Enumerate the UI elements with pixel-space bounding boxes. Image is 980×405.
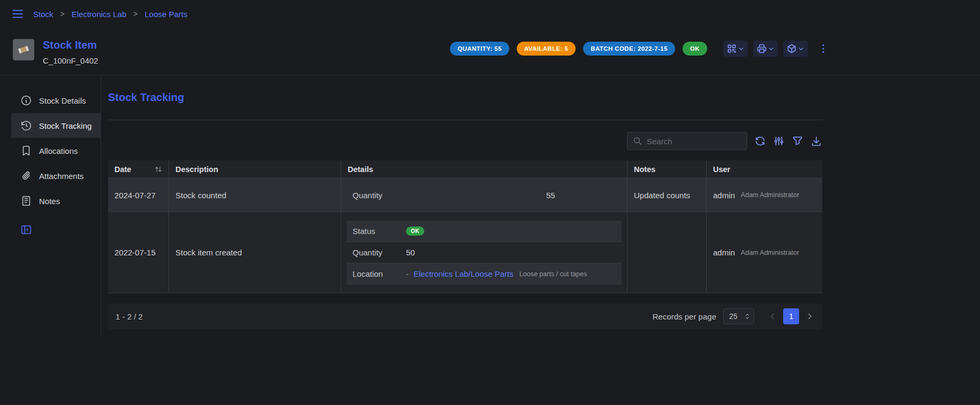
column-header-user[interactable]: User	[706, 160, 822, 178]
cell-description: Stock item created	[169, 212, 341, 293]
location-link[interactable]: Electronics Lab/Loose Parts	[414, 269, 514, 278]
next-page-icon[interactable]	[805, 311, 815, 321]
history-icon	[20, 120, 32, 131]
sidebar-item-label: Notes	[39, 197, 60, 206]
stock-actions-button[interactable]	[783, 41, 808, 57]
cell-notes: Updated counts	[627, 178, 706, 212]
detail-row-location: Location - Electronics Lab/Loose Parts L…	[347, 263, 622, 285]
header-right: QUANTITY: 55 AVAILABLE: 5 BATCH CODE: 20…	[450, 41, 829, 57]
part-thumbnail[interactable]	[13, 39, 34, 60]
sidebar-item-stock-details[interactable]: Stock Details	[11, 88, 101, 113]
sidebar: Stock Details Stock Tracking Allocations	[0, 75, 101, 336]
username: admin	[713, 248, 735, 257]
panel-heading: Stock Tracking	[108, 91, 822, 104]
download-icon[interactable]	[810, 135, 822, 147]
print-actions-button[interactable]	[753, 41, 778, 57]
breadcrumb: Stock > Electronics Lab > Loose Parts	[33, 10, 188, 19]
records-per-page-label: Records per page	[653, 312, 716, 321]
breadcrumb-electronics-lab[interactable]: Electronics Lab	[72, 10, 127, 19]
page-title: Stock Item	[43, 39, 98, 51]
breadcrumb-separator: >	[133, 10, 137, 18]
detail-label: Status	[353, 227, 406, 236]
column-header-description[interactable]: Description	[169, 160, 341, 178]
sidebar-item-allocations[interactable]: Allocations	[11, 138, 101, 163]
batch-code-badge: BATCH CODE: 2022-7-15	[583, 42, 675, 56]
table-toolbar	[108, 132, 822, 150]
breadcrumb-stock[interactable]: Stock	[33, 10, 53, 19]
printer-icon	[756, 43, 767, 54]
cell-details: Status OK Quantity 50 Location - Electro…	[341, 212, 627, 293]
breadcrumb-separator: >	[60, 10, 65, 18]
cell-user: admin Adam Administrator	[706, 178, 822, 212]
sidebar-item-label: Allocations	[39, 146, 78, 155]
package-icon	[786, 43, 797, 54]
header-actions	[723, 41, 829, 57]
username: admin	[713, 191, 735, 200]
previous-page-icon[interactable]	[768, 311, 777, 321]
info-circle-icon	[20, 95, 32, 106]
detail-label: Quantity	[353, 191, 406, 200]
breadcrumb-loose-parts[interactable]: Loose Parts	[144, 10, 187, 19]
page-number-button[interactable]: 1	[783, 308, 799, 324]
cell-user: admin Adam Administrator	[706, 212, 822, 293]
adjustments-icon[interactable]	[773, 135, 785, 147]
sidebar-item-notes[interactable]: Notes	[11, 189, 101, 213]
cell-date: 2024-07-27	[108, 178, 169, 212]
detail-value: 55	[546, 191, 555, 200]
notes-icon	[20, 195, 32, 207]
cell-notes	[627, 212, 706, 293]
page-header-wrap: Stock Item C_100nF_0402 QUANTITY: 55 AVA…	[0, 28, 980, 75]
column-header-notes[interactable]: Notes	[627, 160, 706, 178]
table-row[interactable]: 2022-07-15 Stock item created Status OK …	[108, 212, 822, 293]
paperclip-icon	[20, 170, 32, 182]
records-per-page-select[interactable]: 25	[723, 308, 754, 324]
stock-tracking-table: Date Description Details Notes User 20	[108, 160, 822, 293]
status-ok-badge: OK	[683, 42, 707, 56]
chevron-down-icon	[768, 45, 775, 52]
detail-value: 50	[406, 248, 415, 257]
selector-icon	[744, 313, 751, 320]
table-footer: 1 - 2 / 2 Records per page 25 1	[108, 303, 822, 329]
refresh-icon[interactable]	[754, 135, 766, 147]
sidebar-collapse-icon[interactable]	[20, 224, 32, 236]
user-fullname: Adam Administrator	[741, 249, 799, 256]
table-row[interactable]: 2024-07-27 Stock counted Quantity 55 Upd…	[108, 178, 822, 212]
filter-icon[interactable]	[792, 135, 803, 147]
sidebar-item-label: Attachments	[39, 172, 83, 181]
pagination: 1	[768, 308, 815, 324]
search-icon	[633, 136, 642, 146]
column-header-details[interactable]: Details	[341, 160, 627, 178]
detail-row-status: Status OK	[347, 221, 622, 242]
detail-label: Quantity	[353, 248, 406, 257]
search-box	[627, 132, 747, 150]
record-range: 1 - 2 / 2	[116, 312, 143, 321]
topbar: Stock > Electronics Lab > Loose Parts	[0, 0, 980, 28]
qrcode-icon	[726, 43, 737, 54]
title-block: Stock Item C_100nF_0402	[43, 39, 98, 65]
menu-icon[interactable]	[11, 7, 25, 21]
page-subtitle: C_100nF_0402	[43, 56, 98, 65]
detail-row-quantity: Quantity 50	[347, 242, 622, 263]
column-header-date[interactable]: Date	[108, 160, 169, 178]
detail-row-quantity: Quantity 55	[347, 184, 622, 206]
content: Stock Details Stock Tracking Allocations	[0, 75, 980, 336]
location-dash: -	[406, 269, 409, 278]
sidebar-item-stock-tracking[interactable]: Stock Tracking	[11, 113, 101, 138]
cell-description: Stock counted	[169, 178, 341, 212]
search-input[interactable]	[647, 137, 741, 146]
user-fullname: Adam Administrator	[741, 191, 799, 199]
table-header-row: Date Description Details Notes User	[108, 160, 822, 178]
available-badge: AVAILABLE: 5	[517, 42, 576, 56]
divider	[108, 120, 822, 120]
status-ok-chip: OK	[406, 227, 424, 236]
sidebar-item-attachments[interactable]: Attachments	[11, 163, 101, 188]
cell-details: Quantity 55	[341, 178, 627, 212]
sidebar-item-label: Stock Details	[39, 96, 86, 105]
barcode-actions-button[interactable]	[723, 41, 748, 57]
page-header: Stock Item C_100nF_0402 QUANTITY: 55 AVA…	[0, 28, 829, 75]
bookmark-icon	[20, 145, 32, 157]
chevron-down-icon	[798, 45, 805, 52]
more-options-icon[interactable]	[817, 43, 829, 54]
main-panel: Stock Tracking	[101, 75, 822, 336]
status-badges: QUANTITY: 55 AVAILABLE: 5 BATCH CODE: 20…	[450, 42, 707, 56]
